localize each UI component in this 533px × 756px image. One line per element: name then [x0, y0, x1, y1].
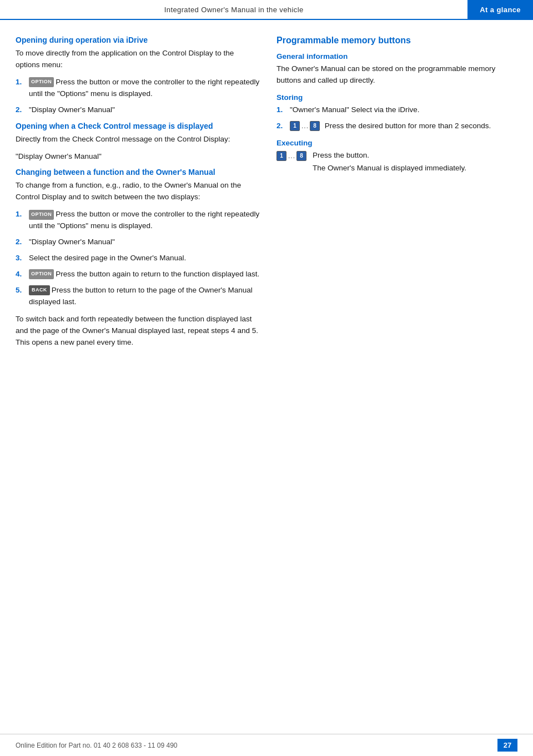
section2-heading: Opening when a Check Control message is …	[16, 122, 260, 130]
page-footer: Online Edition for Part no. 01 40 2 608 …	[0, 734, 533, 756]
step-item: 1. OPTIONPress the button or move the co…	[16, 77, 260, 100]
section2-note: "Display Owner's Manual"	[16, 151, 260, 163]
step-content: 1 ... 8 Press the desired button for mor…	[290, 120, 515, 132]
option-button-icon: OPTION	[29, 77, 54, 87]
step-num: 3.	[16, 253, 28, 264]
left-column: Opening during operation via iDrive To m…	[16, 36, 260, 354]
step-item: 1. OPTIONPress the button or move the co…	[16, 209, 260, 232]
step-item: 5. BACKPress the button to return to the…	[16, 285, 260, 308]
section1-steps: 1. OPTIONPress the button or move the co…	[16, 77, 260, 116]
right-section1-heading: General information	[276, 52, 515, 61]
step-num: 4.	[16, 269, 28, 280]
step-num: 1.	[16, 77, 28, 88]
section3-footer-note: To switch back and forth repeatedly betw…	[16, 314, 260, 349]
header-left-text: Integrated Owner's Manual in the vehicle	[0, 6, 467, 14]
mem-btn-dots: ...	[301, 121, 309, 132]
main-content: Opening during operation via iDrive To m…	[0, 20, 533, 387]
executing-text: Press the button. The Owner's Manual is …	[313, 150, 466, 174]
step-num: 1.	[276, 104, 289, 116]
mem-btn-exec-1: 1	[276, 151, 286, 161]
section3-intro: To change from a function, e.g., radio, …	[16, 180, 260, 203]
step-item: 2. "Display Owner's Manual"	[16, 104, 260, 116]
step-item: 4. OPTIONPress the button again to retur…	[16, 269, 260, 280]
step-num: 2.	[276, 120, 289, 132]
mem-btn-1: 1	[290, 121, 300, 131]
executing-block: 1 ... 8 Press the button. The Owner's Ma…	[276, 150, 515, 174]
step-content: "Display Owner's Manual"	[29, 236, 260, 248]
step-num: 5.	[16, 285, 28, 296]
option-button-icon: OPTION	[29, 210, 54, 220]
step-item: 2. "Display Owner's Manual"	[16, 236, 260, 248]
right-main-heading: Programmable memory buttons	[276, 36, 515, 46]
step-content: Select the desired page in the Owner's M…	[29, 253, 260, 264]
step-item: 2. 1 ... 8 Press the desired button for …	[276, 120, 515, 132]
page-header: Integrated Owner's Manual in the vehicle…	[0, 0, 533, 20]
section1-intro: To move directly from the application on…	[16, 48, 260, 71]
step-content: OPTIONPress the button again to return t…	[29, 269, 260, 280]
step-item: 1. "Owner's Manual" Select via the iDriv…	[276, 104, 515, 116]
mem-btn-exec-8: 8	[296, 151, 306, 161]
section2-intro: Directly from the Check Control message …	[16, 134, 260, 145]
section3-heading: Changing between a function and the Owne…	[16, 168, 260, 177]
step-content: "Owner's Manual" Select via the iDrive.	[290, 104, 515, 116]
page-number: 27	[497, 739, 517, 752]
step-num: 2.	[16, 236, 28, 248]
mem-btn-8: 8	[310, 121, 320, 131]
section3-steps: 1. OPTIONPress the button or move the co…	[16, 209, 260, 308]
section1-heading: Opening during operation via iDrive	[16, 36, 260, 44]
step-content: "Display Owner's Manual"	[29, 104, 260, 116]
executing-text1: Press the button.	[313, 150, 466, 162]
step-num: 2.	[16, 104, 28, 116]
header-right-text: At a glance	[467, 0, 533, 19]
right-section1-text: The Owner's Manual can be stored on the …	[276, 63, 515, 87]
executing-text2: The Owner's Manual is displayed immediat…	[313, 163, 466, 174]
step-content: OPTIONPress the button or move the contr…	[29, 209, 260, 232]
right-column: Programmable memory buttons General info…	[276, 36, 515, 354]
right-section2-heading: Storing	[276, 93, 515, 102]
step-content: OPTIONPress the button or move the contr…	[29, 77, 260, 100]
memory-buttons-graphic: 1 ... 8	[290, 121, 320, 132]
step-item: 3. Select the desired page in the Owner'…	[16, 253, 260, 264]
step-content: BACKPress the button to return to the pa…	[29, 285, 260, 308]
right-section3-heading: Executing	[276, 139, 515, 147]
step-num: 1.	[16, 209, 28, 220]
executing-mem-btn-group: 1 ... 8	[276, 151, 306, 161]
back-button-icon: BACK	[29, 285, 50, 295]
option-button-icon: OPTION	[29, 269, 54, 279]
mem-btn-exec-dots: ...	[288, 152, 295, 160]
right-section2-steps: 1. "Owner's Manual" Select via the iDriv…	[276, 104, 515, 132]
footer-text: Online Edition for Part no. 01 40 2 608 …	[16, 742, 178, 749]
